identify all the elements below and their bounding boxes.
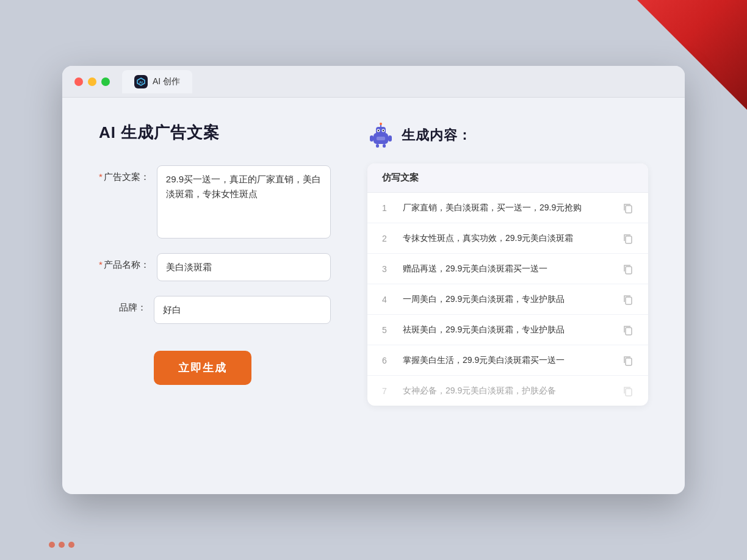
svg-point-5 <box>380 123 382 125</box>
result-row: 2专抹女性斑点，真实功效，29.9元美白淡斑霜 <box>367 223 648 254</box>
row-number: 4 <box>382 295 393 304</box>
copy-icon[interactable] <box>622 386 633 397</box>
row-text: 专抹女性斑点，真实功效，29.9元美白淡斑霜 <box>403 232 613 245</box>
svg-rect-20 <box>626 358 632 365</box>
svg-rect-12 <box>388 135 392 142</box>
main-content: AI 生成广告文案 *广告文案： *产品名称： 品牌： 立 <box>62 98 685 494</box>
svg-rect-21 <box>626 389 632 396</box>
copy-icon[interactable] <box>622 233 633 244</box>
row-number: 3 <box>382 264 393 274</box>
copy-icon[interactable] <box>622 264 633 275</box>
minimize-button[interactable] <box>88 77 96 86</box>
svg-rect-15 <box>626 206 632 213</box>
copy-icon[interactable] <box>622 325 633 336</box>
title-bar: AI AI 创作 <box>62 66 685 98</box>
ad-copy-form-group: *广告文案： <box>99 165 331 239</box>
close-button[interactable] <box>74 77 83 86</box>
copy-icon[interactable] <box>622 294 633 305</box>
svg-rect-10 <box>377 137 385 140</box>
brand-input[interactable] <box>154 296 331 324</box>
svg-rect-17 <box>626 267 632 274</box>
row-number: 2 <box>382 234 393 243</box>
required-star-2: * <box>99 259 103 270</box>
svg-rect-18 <box>626 297 632 304</box>
bg-dot <box>49 542 55 548</box>
generate-button[interactable]: 立即生成 <box>154 351 251 385</box>
bg-dot <box>68 542 74 548</box>
result-header: 生成内容： <box>367 122 648 149</box>
row-text: 女神必备，29.9元美白淡斑霜，护肤必备 <box>403 384 613 397</box>
browser-tab[interactable]: AI AI 创作 <box>122 70 192 93</box>
left-panel: AI 生成广告文案 *广告文案： *产品名称： 品牌： 立 <box>99 122 331 470</box>
result-title: 生成内容： <box>402 126 472 145</box>
product-name-form-group: *产品名称： <box>99 253 331 281</box>
ad-copy-label: *广告文案： <box>99 165 157 183</box>
row-text: 厂家直销，美白淡斑霜，买一送一，29.9元抢购 <box>403 201 613 214</box>
row-number: 7 <box>382 386 393 396</box>
row-number: 5 <box>382 325 393 335</box>
page-title: AI 生成广告文案 <box>99 122 331 143</box>
svg-rect-16 <box>626 236 632 243</box>
result-row: 7女神必备，29.9元美白淡斑霜，护肤必备 <box>367 376 648 406</box>
ad-copy-input[interactable] <box>157 165 331 239</box>
row-text: 一周美白，29.9元美白淡斑霜，专业护肤品 <box>403 293 613 306</box>
maximize-button[interactable] <box>101 77 110 86</box>
row-number: 1 <box>382 203 393 213</box>
result-row: 3赠品再送，29.9元美白淡斑霜买一送一 <box>367 254 648 284</box>
row-number: 6 <box>382 356 393 365</box>
right-panel: 生成内容： 仿写文案 1厂家直销，美白淡斑霜，买一送一，29.9元抢购 2专抹女… <box>367 122 648 470</box>
result-row: 1厂家直销，美白淡斑霜，买一送一，29.9元抢购 <box>367 193 648 223</box>
product-name-label: *产品名称： <box>99 253 157 271</box>
result-rows-container: 1厂家直销，美白淡斑霜，买一送一，29.9元抢购 2专抹女性斑点，真实功效，29… <box>367 193 648 406</box>
svg-rect-13 <box>376 144 379 148</box>
browser-window: AI AI 创作 AI 生成广告文案 *广告文案： *产品名称： <box>62 66 685 494</box>
row-text: 赠品再送，29.9元美白淡斑霜买一送一 <box>403 262 613 275</box>
required-star: * <box>99 171 103 182</box>
svg-rect-11 <box>370 135 374 142</box>
brand-form-group: 品牌： <box>99 296 331 324</box>
tab-icon: AI <box>134 75 148 88</box>
result-table: 仿写文案 1厂家直销，美白淡斑霜，买一送一，29.9元抢购 2专抹女性斑点，真实… <box>367 163 648 406</box>
result-row: 6掌握美白生活，29.9元美白淡斑霜买一送一 <box>367 345 648 376</box>
svg-text:AI: AI <box>139 81 143 84</box>
brand-label: 品牌： <box>99 296 154 314</box>
bg-dot <box>59 542 65 548</box>
svg-rect-19 <box>626 328 632 335</box>
robot-icon <box>367 122 394 149</box>
svg-point-9 <box>383 130 384 131</box>
copy-icon[interactable] <box>622 355 633 366</box>
result-row: 4一周美白，29.9元美白淡斑霜，专业护肤品 <box>367 284 648 315</box>
copy-icon[interactable] <box>622 203 633 214</box>
svg-rect-14 <box>383 144 386 148</box>
tab-label: AI 创作 <box>153 76 180 87</box>
bg-decoration-bottom-left <box>49 542 74 548</box>
result-table-header: 仿写文案 <box>367 163 648 193</box>
product-name-input[interactable] <box>157 253 331 281</box>
row-text: 祛斑美白，29.9元美白淡斑霜，专业护肤品 <box>403 323 613 336</box>
row-text: 掌握美白生活，29.9元美白淡斑霜买一送一 <box>403 354 613 367</box>
window-controls <box>74 77 110 86</box>
svg-point-8 <box>378 130 379 131</box>
result-row: 5祛斑美白，29.9元美白淡斑霜，专业护肤品 <box>367 315 648 345</box>
